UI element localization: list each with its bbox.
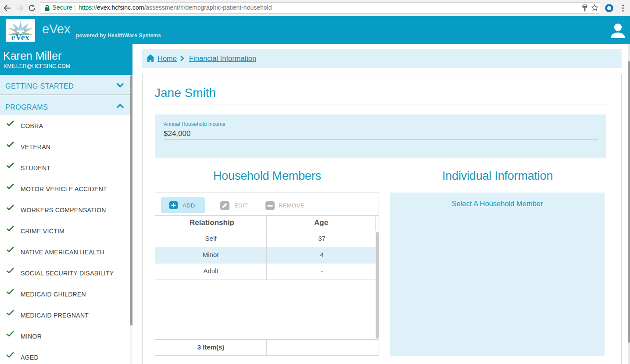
svg-text:eVex: eVex <box>11 32 30 42</box>
